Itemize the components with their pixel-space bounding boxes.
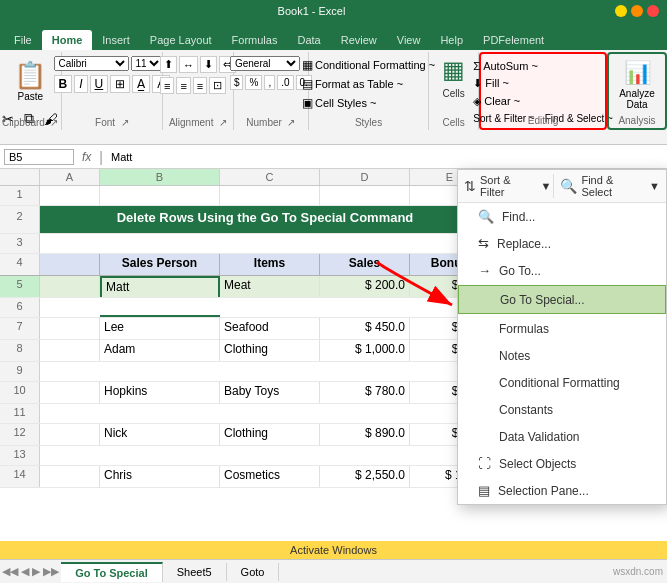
row-number-header: [0, 169, 40, 185]
cell-c4-header[interactable]: Items: [220, 254, 320, 275]
border-button[interactable]: ⊞: [110, 75, 130, 93]
cell-b4-header[interactable]: Sales Person: [100, 254, 220, 275]
tab-formulas[interactable]: Formulas: [222, 30, 288, 50]
minimize-btn[interactable]: [615, 5, 627, 17]
activate-windows-watermark: Activate Windows: [0, 541, 667, 559]
cell-d12[interactable]: $ 890.0: [320, 424, 410, 445]
tab-file[interactable]: File: [4, 30, 42, 50]
bold-button[interactable]: B: [54, 75, 73, 93]
underline-button[interactable]: U: [90, 75, 109, 93]
close-btn[interactable]: [647, 5, 659, 17]
italic-button[interactable]: I: [74, 75, 87, 93]
autosum-button[interactable]: Σ AutoSum ~: [469, 58, 542, 74]
formulas-menu-item[interactable]: → Formulas: [458, 315, 666, 342]
goto-icon: →: [478, 263, 491, 278]
comma-button[interactable]: ,: [264, 75, 275, 90]
cell-b8[interactable]: Adam: [100, 340, 220, 361]
cell-b7[interactable]: Lee: [100, 318, 220, 339]
font-family-select[interactable]: Calibri: [54, 56, 129, 71]
sheet-tab-goto-special[interactable]: Go To Special: [61, 562, 163, 582]
cell-c12[interactable]: Clothing: [220, 424, 320, 445]
find-label: Find...: [502, 210, 535, 224]
format-as-table-button[interactable]: ▤ Format as Table ~: [298, 75, 407, 93]
increase-decimal-button[interactable]: .0: [277, 75, 293, 90]
clear-button[interactable]: ◈ Clear ~: [469, 93, 524, 110]
tab-help[interactable]: Help: [430, 30, 473, 50]
selection-pane-menu-item[interactable]: ▤ Selection Pane...: [458, 477, 666, 504]
tab-page-layout[interactable]: Page Layout: [140, 30, 222, 50]
col-header-c: C: [220, 169, 320, 185]
align-left-button[interactable]: ≡: [160, 77, 174, 94]
cell-a1[interactable]: [40, 186, 100, 205]
merge-center-button[interactable]: ⊡: [209, 77, 226, 94]
sheet-tab-sheet5[interactable]: Sheet5: [163, 563, 227, 581]
align-right-button[interactable]: ≡: [193, 77, 207, 94]
tab-view[interactable]: View: [387, 30, 431, 50]
sheet-tab-goto[interactable]: Goto: [227, 563, 280, 581]
constants-menu-item[interactable]: → Constants: [458, 396, 666, 423]
cell-a5[interactable]: [40, 276, 100, 297]
title-bar-filename: Book1 - Excel: [8, 5, 615, 17]
cell-d8[interactable]: $ 1,000.0: [320, 340, 410, 361]
goto-special-menu-item[interactable]: → Go To Special...: [458, 285, 666, 314]
conditional-formatting-menu-item[interactable]: → Conditional Formatting: [458, 369, 666, 396]
currency-button[interactable]: $: [230, 75, 244, 90]
sort-filter-icon: ⇅: [464, 178, 476, 194]
replace-icon: ⇆: [478, 236, 489, 251]
cell-d5[interactable]: $ 200.0: [320, 276, 410, 297]
find-select-dropdown-item[interactable]: 🔍 Find & Select ▼: [553, 174, 660, 198]
cell-b14[interactable]: Chris: [100, 466, 220, 487]
notes-label: Notes: [499, 349, 530, 363]
fill-color-button[interactable]: A̲: [132, 75, 150, 93]
cell-b12[interactable]: Nick: [100, 424, 220, 445]
align-top-button[interactable]: ⬆: [160, 56, 177, 73]
tab-review[interactable]: Review: [331, 30, 387, 50]
percent-button[interactable]: %: [245, 75, 262, 90]
notes-menu-item[interactable]: → Notes: [458, 342, 666, 369]
align-middle-button[interactable]: ↔: [179, 56, 198, 73]
sort-filter-dropdown-item[interactable]: ⇅ Sort & Filter ▼: [464, 174, 551, 198]
align-bottom-button[interactable]: ⬇: [200, 56, 217, 73]
cell-c5[interactable]: Meat: [220, 276, 320, 297]
cell-d4-header[interactable]: Sales: [320, 254, 410, 275]
select-objects-menu-item[interactable]: ⛶ Select Objects: [458, 450, 666, 477]
replace-menu-item[interactable]: ⇆ Replace...: [458, 230, 666, 257]
cell-d10[interactable]: $ 780.0: [320, 382, 410, 403]
selection-pane-label: Selection Pane...: [498, 484, 589, 498]
cell-b10[interactable]: Hopkins: [100, 382, 220, 403]
cell-c14[interactable]: Cosmetics: [220, 466, 320, 487]
maximize-btn[interactable]: [631, 5, 643, 17]
paste-button[interactable]: 📋 Paste: [8, 56, 52, 106]
cell-b5-selected[interactable]: Matt: [100, 276, 220, 297]
cell-c10[interactable]: Baby Toys: [220, 382, 320, 403]
cell-styles-button[interactable]: ▣ Cell Styles ~: [298, 94, 380, 112]
cell-d14[interactable]: $ 2,550.0: [320, 466, 410, 487]
tab-navigation-arrows[interactable]: ◀◀ ◀ ▶ ▶▶: [0, 565, 61, 578]
cell-c8[interactable]: Clothing: [220, 340, 320, 361]
tab-data[interactable]: Data: [287, 30, 330, 50]
tab-pdfelement[interactable]: PDFelement: [473, 30, 554, 50]
row-num-11: 11: [0, 404, 40, 423]
number-format-select[interactable]: General: [230, 56, 300, 71]
ribbon-group-alignment: ⬆ ↔ ⬇ ⇔ ≡ ≡ ≡ ⊡ Alignment ↗: [163, 52, 234, 130]
cell-d1[interactable]: [320, 186, 410, 205]
conditional-formatting-button[interactable]: ▦ Conditional Formatting ~: [298, 56, 439, 74]
ribbon-group-editing: Σ AutoSum ~ ⬇ Fill ~ ◈ Clear ~ Sort & Fi…: [479, 52, 607, 130]
cell-c7[interactable]: Seafood: [220, 318, 320, 339]
align-center-button[interactable]: ≡: [176, 77, 190, 94]
tab-insert[interactable]: Insert: [92, 30, 140, 50]
formula-input[interactable]: Matt: [107, 151, 663, 163]
goto-label: Go To...: [499, 264, 541, 278]
cell-a4[interactable]: [40, 254, 100, 275]
font-size-select[interactable]: 11: [131, 56, 163, 71]
cell-b1[interactable]: [100, 186, 220, 205]
formula-bar: B5 fx | Matt: [0, 145, 667, 169]
goto-menu-item[interactable]: → Go To...: [458, 257, 666, 284]
tab-home[interactable]: Home: [42, 30, 93, 50]
fill-button[interactable]: ⬇ Fill ~: [469, 75, 513, 92]
data-validation-menu-item[interactable]: → Data Validation: [458, 423, 666, 450]
cell-c1[interactable]: [220, 186, 320, 205]
find-menu-item[interactable]: 🔍 Find...: [458, 203, 666, 230]
cell-d7[interactable]: $ 450.0: [320, 318, 410, 339]
cell-reference-input[interactable]: B5: [4, 149, 74, 165]
